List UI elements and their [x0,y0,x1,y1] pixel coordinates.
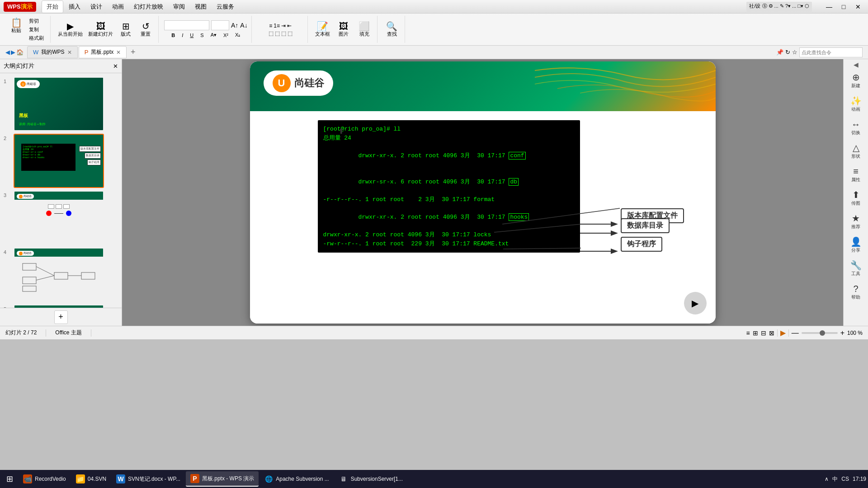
bullet-list-button[interactable]: ≡ [269,23,272,29]
reset-button[interactable]: ↺ 重置 [137,21,155,38]
maximize-button[interactable]: □ [837,2,850,12]
wps-logo: WPS 演示 [4,2,36,12]
start-button[interactable]: ⊞ [2,471,18,487]
align-right-button[interactable]: ⬚ [281,30,286,37]
doc-close[interactable]: ✕ [116,49,121,56]
font-size-input[interactable]: 0 [211,20,229,30]
add-slide-button[interactable]: + [54,310,68,324]
italic-button[interactable]: I [179,32,186,38]
menu-slideshow[interactable]: 幻灯片放映 [129,1,168,13]
right-animation-button[interactable]: ✨ 动画 [845,93,867,115]
command-search[interactable] [799,47,863,57]
share-icon: 👤 [850,236,862,247]
align-justify-button[interactable]: ⬚ [288,30,292,37]
slide-thumb-2[interactable]: 2 [root@rich pro_oa]# ll 总用量 24 drwxr-xr… [4,134,118,188]
right-new-button[interactable]: ⊕ 新建 [845,69,867,92]
taskbar-item-subversion[interactable]: 🖥 SubversionServer[1... [335,471,407,487]
minimize-button[interactable]: — [823,2,835,12]
menu-design[interactable]: 设计 [86,1,107,13]
nav-forward-button[interactable]: ▶ [11,49,15,56]
panel-close-button[interactable]: ✕ [113,63,118,70]
right-property-button[interactable]: ≡ 属性 [845,163,867,186]
slide-image-3[interactable]: 尚硅谷 [14,191,104,245]
align-center-button[interactable]: ⬚ [275,30,280,37]
bold-button[interactable]: B [169,32,178,38]
logo-text: 尚硅谷 [294,76,324,90]
text-color-button[interactable]: A▾ [208,32,219,38]
star-button[interactable]: ☆ [792,49,797,56]
right-recommend-button[interactable]: ★ 推荐 [845,210,867,233]
taskbar-item-recordvedio[interactable]: 📹 RecordVedio [19,471,71,487]
slide-image-2[interactable]: [root@rich pro_oa]# ll 总用量 24 drwxr-xr-x… [14,134,104,188]
tray-keyboard[interactable]: 中 [832,475,838,483]
underline-button[interactable]: U [187,32,196,38]
pin-button[interactable]: 📌 [776,49,783,56]
outline-view-button[interactable]: ≡ [746,329,750,337]
slide-thumb-3[interactable]: 3 尚硅谷 [4,191,118,245]
right-panel-collapse[interactable]: ◀ [854,61,859,68]
zoom-minus[interactable]: — [792,329,799,337]
my-wps-tab[interactable]: W 我的WPS ✕ [27,46,78,58]
right-transition-button[interactable]: ↔ 切换 [845,116,867,139]
menu-start[interactable]: 开始 [42,0,63,13]
align-left-button[interactable]: ⬚ [269,30,274,37]
strikethrough-button[interactable]: S [198,32,206,38]
new-tab-button[interactable]: + [127,47,138,58]
zoom-slider[interactable] [802,332,838,334]
slide-thumb-4[interactable]: 4 尚硅谷 [4,248,118,302]
home-button[interactable]: 🏠 [16,49,24,56]
picture-button[interactable]: 🖼 图片 [335,21,353,38]
taskbar-item-apache[interactable]: 🌐 Apache Subversion ... [259,471,333,487]
find-button[interactable]: 🔍 查找 [383,21,401,38]
slide-image-4[interactable]: 尚硅谷 [14,248,104,302]
tray-expand[interactable]: ∧ [825,476,829,482]
right-tools-button[interactable]: 🔧 工具 [845,257,867,280]
close-button[interactable]: ✕ [852,2,864,12]
taskbar-item-ppt[interactable]: P 黑板.pptx - WPS 演示 [186,471,259,487]
subscript-button[interactable]: X₂ [232,32,243,38]
my-wps-close[interactable]: ✕ [67,49,72,56]
numbered-list-button[interactable]: 1≡ [274,23,280,29]
right-upload-button[interactable]: ⬆ 传图 [845,187,867,209]
refresh-button[interactable]: ↻ [785,49,790,56]
layout-button[interactable]: ⊞ 版式 [117,21,135,38]
indent-button[interactable]: ⇥ [281,23,286,29]
ppt-icon: P [85,49,89,56]
right-share-button[interactable]: 👤 分享 [845,234,867,256]
fill-button[interactable]: ⬜ 填充 [355,21,373,38]
format-painter-button[interactable]: 格式刷 [26,34,47,42]
doc-tab[interactable]: P 黑板.pptx ✕ [79,46,127,58]
font-increase-button[interactable]: A↑ [231,22,238,29]
taskbar-item-svn[interactable]: 📁 04.SVN [71,471,111,487]
right-shape-button[interactable]: △ 形状 [845,140,867,162]
menu-review[interactable]: 审阅 [169,1,189,13]
nav-back-button[interactable]: ◀ [5,49,10,56]
slide-group: ▶ 从当前开始 🖼 新建幻灯片 ⊞ 版式 ↺ 重置 [52,16,159,43]
slideshow-button[interactable]: ▶ [780,328,786,337]
play-button[interactable]: ▶ [684,292,707,314]
slide-image-5[interactable]: 尚硅谷 [14,305,104,308]
paste-button[interactable]: 📋 粘贴 [7,17,25,42]
outdent-button[interactable]: ⇤ [287,23,292,29]
menu-animation[interactable]: 动画 [108,1,128,13]
menu-insert[interactable]: 插入 [64,1,85,13]
zoom-plus[interactable]: + [840,329,844,337]
slide-thumb-5[interactable]: 5 尚硅谷 [4,305,118,308]
font-decrease-button[interactable]: A↓ [240,22,247,29]
copy-button[interactable]: 复制 [26,26,47,33]
new-slide-button[interactable]: 🖼 新建幻灯片 [86,21,115,38]
menu-view[interactable]: 视图 [190,1,211,13]
right-help-button[interactable]: ? 帮助 [845,281,867,303]
font-family-input[interactable] [164,20,209,30]
normal-view-button[interactable]: ⊞ [753,329,758,337]
slide-thumb-1[interactable]: 1 U 尚硅谷 黑板 讲师: 尚硅谷 • 制作 [4,77,118,131]
cut-button[interactable]: 剪切 [26,17,47,25]
taskbar-item-svnnotes[interactable]: W SVN笔记.docx - WP... [112,471,185,487]
from-current-button[interactable]: ▶ 从当前开始 [56,21,85,38]
textbox-button[interactable]: 📝 文本框 [313,21,332,38]
slide-image-1[interactable]: U 尚硅谷 黑板 讲师: 尚硅谷 • 制作 [14,77,104,131]
superscript-button[interactable]: X² [221,32,231,38]
menu-cloud[interactable]: 云服务 [212,1,239,13]
reading-view-button[interactable]: ⊠ [769,329,774,337]
slide-sorter-button[interactable]: ⊟ [761,329,766,337]
